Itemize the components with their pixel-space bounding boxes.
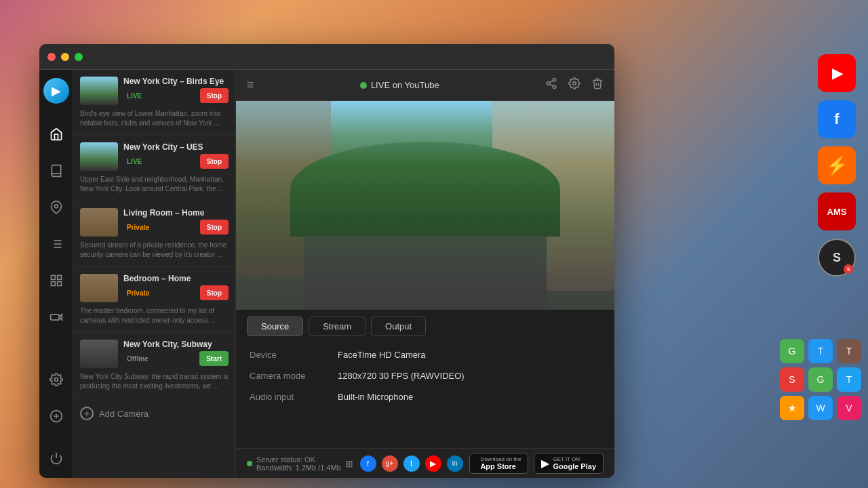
nav-grid[interactable]: [45, 269, 68, 292]
social-gplus[interactable]: g+: [382, 455, 398, 472]
share-icon[interactable]: [545, 77, 557, 93]
device-value: FaceTime HD Camera: [338, 350, 426, 360]
camera-name-1: New York City – UES: [123, 142, 229, 152]
delete-icon[interactable]: [591, 77, 604, 93]
camera-item-3[interactable]: Bedroom – Home Private Stop The master b…: [73, 267, 235, 333]
camera-start-btn-4[interactable]: Start: [199, 351, 229, 366]
nav-video[interactable]: [45, 306, 68, 329]
add-camera-label: Add Camera: [99, 409, 149, 419]
thunder-desktop-icon[interactable]: ⚡: [818, 146, 856, 184]
device-label: Device: [250, 350, 338, 360]
camera-thumb-2: [80, 208, 118, 237]
social-facebook[interactable]: f: [360, 455, 376, 472]
close-button[interactable]: [47, 53, 56, 61]
app-store-sub: Download on the: [480, 456, 521, 462]
svg-point-19: [547, 82, 550, 85]
svg-rect-10: [51, 282, 55, 286]
small-icon-4[interactable]: S: [780, 367, 804, 392]
small-icon-9[interactable]: V: [837, 396, 861, 420]
video-scene: [236, 101, 614, 310]
settings-icon[interactable]: [568, 77, 580, 93]
camera-item-2[interactable]: Living Room – Home Private Stop Secured …: [73, 201, 235, 267]
audio-input-label: Audio input: [250, 392, 338, 402]
camera-desc-2: Secured stream of a private residence, t…: [80, 241, 229, 260]
server-status-text: Server status: OK: [256, 455, 341, 464]
nav-location[interactable]: [45, 196, 68, 219]
menu-icon[interactable]: ≡: [247, 78, 254, 92]
camera-desc-3: The master bedroom, connected to my list…: [80, 306, 229, 325]
nav-book[interactable]: [45, 159, 68, 182]
top-bar: ≡ LIVE on YouTube: [236, 70, 614, 101]
camera-item-1[interactable]: New York City – UES LIVE Stop Upper East…: [73, 136, 235, 201]
social-youtube[interactable]: ▶: [425, 455, 441, 472]
nav-home[interactable]: [45, 123, 68, 146]
camera-thumb-3: [80, 274, 118, 302]
tab-stream[interactable]: Stream: [309, 317, 366, 336]
google-play-icon: ▶: [541, 457, 549, 470]
five-icon: S: [833, 251, 841, 265]
google-play-badge[interactable]: ▶ GET IT ON Google Play: [534, 453, 604, 474]
youtube-desktop-icon[interactable]: ▶: [818, 54, 856, 92]
add-camera-button[interactable]: + Add Camera: [73, 399, 235, 428]
main-content: ≡ LIVE on YouTube: [236, 70, 614, 478]
source-panel: Device FaceTime HD Camera Camera mode 12…: [236, 343, 614, 448]
facebook-desktop-icon[interactable]: f: [818, 100, 856, 138]
view-tabs: Source Stream Output: [236, 310, 614, 343]
small-icon-1[interactable]: G: [780, 339, 804, 363]
nav-power[interactable]: [45, 447, 68, 470]
camera-stop-btn-0[interactable]: Stop: [200, 88, 229, 103]
camera-list: New York City – Birds Eye LIVE Stop Bird…: [73, 70, 236, 478]
svg-line-22: [549, 81, 553, 83]
camera-stop-btn-2[interactable]: Stop: [200, 220, 229, 235]
tab-output[interactable]: Output: [371, 317, 426, 336]
facebook-icon: f: [834, 110, 839, 128]
svg-rect-9: [57, 282, 61, 286]
minimize-button[interactable]: [61, 53, 69, 61]
camera-thumb-1: [80, 142, 118, 171]
camera-thumb-4: [80, 340, 118, 368]
small-icon-5[interactable]: G: [808, 367, 833, 392]
camera-item-0[interactable]: New York City – Birds Eye LIVE Stop Bird…: [73, 70, 235, 136]
small-icon-8[interactable]: W: [808, 396, 833, 420]
app-store-badge[interactable]: Download on the App Store: [469, 453, 528, 474]
small-icon-6[interactable]: T: [837, 367, 861, 392]
nav-settings[interactable]: [45, 368, 68, 391]
tab-source[interactable]: Source: [247, 317, 303, 336]
camera-name-3: Bedroom – Home: [123, 274, 229, 283]
nav-plus[interactable]: [45, 405, 68, 428]
svg-rect-7: [51, 276, 55, 280]
small-icon-2[interactable]: T: [808, 339, 833, 363]
bottom-bar: Server status: OK Bandwidth: 1.2Mb /1.4M…: [236, 448, 614, 478]
social-linkedin[interactable]: in: [447, 455, 463, 472]
bandwidth-icon: ⊞: [345, 458, 353, 469]
svg-point-23: [573, 82, 576, 85]
small-icon-7[interactable]: ★: [780, 396, 804, 420]
nav-sidebar: ▶: [39, 70, 73, 478]
camera-item-4[interactable]: New York City, Subway Offline Start New …: [73, 333, 235, 399]
desktop-icons-small: G T T S G T ★ W V: [780, 339, 861, 420]
app-window: ▶: [39, 44, 614, 478]
camera-mode-row: Camera mode 868x488 30 FPS (RAWVIDEO): [250, 371, 601, 381]
status-dot: [247, 461, 252, 466]
device-row: Device FaceTime HD Camera: [250, 350, 601, 360]
app-logo[interactable]: ▶: [43, 78, 69, 104]
camera-mode-value: 868x488 30 FPS (RAWVIDEO): [338, 371, 465, 381]
camera-desc-0: Bird's-eye view of Lower Manhattan, zoom…: [80, 109, 229, 128]
ams-desktop-icon[interactable]: AMS: [818, 192, 856, 230]
maximize-button[interactable]: [75, 53, 83, 61]
store-badges: Download on the App Store ▶ GET IT ON Go…: [469, 453, 604, 474]
camera-stop-btn-1[interactable]: Stop: [200, 154, 229, 169]
camera-status-4: Offline: [123, 354, 152, 363]
camera-stop-btn-3[interactable]: Stop: [200, 285, 229, 300]
audio-input-value: Built-in Microphone: [338, 392, 413, 402]
svg-point-20: [553, 85, 556, 89]
app-body: ▶: [39, 70, 614, 478]
live-dot: [360, 82, 367, 89]
five-desktop-icon[interactable]: S 5: [818, 239, 856, 277]
small-icon-3[interactable]: T: [837, 339, 861, 363]
camera-desc-1: Upper East Side and neighborhood, Manhat…: [80, 175, 229, 194]
social-twitter[interactable]: t: [403, 455, 420, 472]
svg-line-21: [549, 84, 553, 86]
nav-list[interactable]: [45, 232, 68, 256]
bandwidth-text: Bandwidth: 1.2Mb /1.4Mb: [256, 464, 341, 472]
